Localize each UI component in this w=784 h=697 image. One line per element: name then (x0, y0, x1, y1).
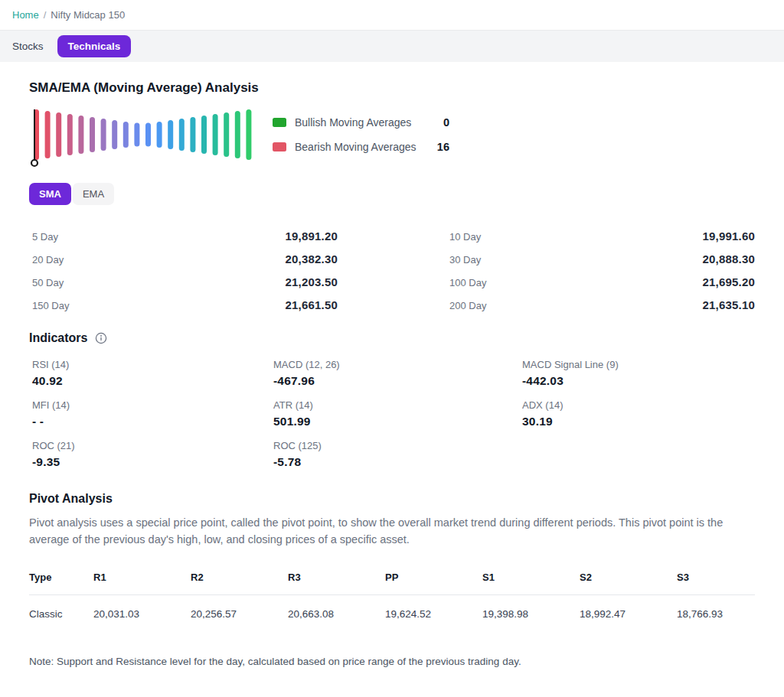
ma-item-10day: 10 Day 19,991.60 (446, 230, 755, 243)
gauge-bar (56, 112, 61, 157)
indicator-value: 30.19 (522, 415, 755, 428)
breadcrumb: Home / Nifty Midcap 150 (0, 0, 784, 31)
pivot-cell: 20,256.57 (191, 608, 288, 620)
indicators-section: Indicators RSI (14) 40.92 MACD (12, 26) … (29, 331, 755, 469)
indicator-label: ROC (21) (32, 440, 273, 451)
indicator-adx: ADX (14) 30.19 (522, 399, 755, 428)
ma-value: 21,635.10 (702, 298, 755, 311)
gauge-bar (213, 114, 218, 155)
indicator-label: ATR (14) (273, 399, 522, 411)
pivot-header-row: Type R1 R2 R3 PP S1 S2 S3 (29, 564, 755, 595)
gauge-bar (190, 117, 195, 152)
indicator-rsi: RSI (14) 40.92 (32, 359, 273, 388)
gauge-bar (179, 119, 185, 151)
pivot-table: Type R1 R2 R3 PP S1 S2 S3 Classic 20,031… (29, 564, 755, 633)
indicator-empty-cell (522, 440, 755, 469)
ma-label: 20 Day (32, 254, 64, 265)
indicator-value: -9.35 (32, 455, 273, 469)
bearish-count: 16 (433, 141, 449, 153)
legend-item-bearish: Bearish Moving Averages 16 (273, 138, 449, 156)
ma-item-100day: 100 Day 21,695.20 (446, 275, 755, 288)
gauge-bar (90, 117, 95, 152)
indicator-roc21: ROC (21) -9.35 (32, 440, 273, 469)
main-content: SMA/EMA (Moving Average) Analysis Bullis… (0, 80, 784, 667)
pivot-header-cell: S2 (580, 572, 677, 583)
pivot-cell: 20,031.03 (93, 608, 191, 620)
indicator-roc125: ROC (125) -5.78 (273, 440, 522, 469)
gauge-legend: Bullish Moving Averages 0 Bearish Moving… (273, 108, 449, 162)
gauge-bar (112, 120, 117, 149)
pivot-section: Pivot Analysis Pivot analysis uses a spe… (29, 492, 755, 667)
breadcrumb-current: Nifty Midcap 150 (51, 9, 125, 21)
sma-ema-toggle: SMA EMA (29, 183, 755, 205)
ma-value: 19,891.20 (285, 230, 338, 243)
ma-item-5day: 5 Day 19,891.20 (29, 230, 338, 243)
ma-value: 19,991.60 (702, 230, 755, 243)
pivot-note: Note: Support and Resistance level for t… (29, 656, 755, 667)
bullish-count: 0 (433, 116, 449, 129)
pivot-cell: 20,663.08 (288, 608, 385, 620)
pivot-cell: Classic (29, 608, 93, 620)
indicator-macd: MACD (12, 26) -467.96 (273, 359, 522, 388)
ema-toggle-button[interactable]: EMA (73, 183, 114, 205)
ma-value: 21,695.20 (702, 275, 755, 288)
gauge-bar (224, 112, 229, 157)
gauge-bar (235, 111, 240, 158)
sma-toggle-button[interactable]: SMA (29, 183, 71, 205)
ma-label: 50 Day (32, 277, 64, 288)
bearish-swatch-icon (273, 142, 286, 151)
pivot-description: Pivot analysis uses a special price poin… (29, 515, 755, 549)
ma-item-20day: 20 Day 20,382.30 (29, 252, 338, 265)
pivot-header-cell: PP (385, 572, 482, 583)
indicator-value: -5.78 (273, 455, 522, 469)
ma-label: 100 Day (449, 277, 486, 288)
bearish-legend-label: Bearish Moving Averages (295, 141, 433, 153)
gauge-bar (101, 119, 106, 151)
gauge-bar (145, 123, 151, 147)
ma-item-30day: 30 Day 20,888.30 (446, 252, 755, 265)
tab-bar: Stocks Technicals (0, 31, 784, 62)
moving-average-list: 5 Day 19,891.20 10 Day 19,991.60 20 Day … (29, 230, 755, 311)
indicator-label: ROC (125) (273, 440, 522, 451)
pivot-header-cell: S1 (482, 572, 580, 583)
page-title: SMA/EMA (Moving Average) Analysis (29, 80, 755, 96)
indicator-value: - - (32, 415, 273, 428)
pivot-cell: 19,398.98 (482, 608, 580, 620)
ma-item-150day: 150 Day 21,661.50 (29, 298, 338, 311)
indicators-grid: RSI (14) 40.92 MACD (12, 26) -467.96 MAC… (29, 359, 755, 469)
indicator-label: MFI (14) (32, 399, 273, 411)
ma-item-200day: 200 Day 21,635.10 (446, 298, 755, 311)
indicator-label: ADX (14) (522, 399, 755, 411)
ma-value: 21,661.50 (285, 298, 338, 311)
pivot-data-row: Classic 20,031.03 20,256.57 20,663.08 19… (29, 595, 755, 633)
pivot-cell: 18,766.93 (677, 608, 755, 620)
ma-label: 200 Day (449, 300, 486, 311)
ma-row: 50 Day 21,203.50 100 Day 21,695.20 (29, 275, 755, 288)
indicator-label: RSI (14) (32, 359, 273, 370)
indicator-mfi: MFI (14) - - (32, 399, 273, 428)
pivot-header-cell: R2 (191, 572, 288, 583)
info-icon[interactable] (95, 332, 107, 344)
legend-item-bullish: Bullish Moving Averages 0 (273, 113, 449, 132)
gauge-bar (201, 116, 207, 154)
ma-value: 20,888.30 (702, 252, 755, 265)
indicators-title: Indicators (29, 331, 87, 345)
ma-label: 150 Day (32, 300, 69, 311)
breadcrumb-separator: / (44, 9, 47, 21)
bullish-legend-label: Bullish Moving Averages (295, 116, 433, 129)
gauge-bar (157, 122, 162, 148)
pivot-header-cell: Type (29, 572, 93, 583)
pivot-cell: 18,992.47 (580, 608, 677, 620)
ma-label: 5 Day (32, 231, 58, 243)
gauge-bar (134, 123, 139, 147)
bullish-swatch-icon (273, 118, 286, 127)
breadcrumb-home-link[interactable]: Home (12, 9, 39, 21)
tab-stocks[interactable]: Stocks (12, 41, 44, 52)
ma-label: 10 Day (449, 231, 481, 243)
tab-technicals[interactable]: Technicals (57, 35, 132, 57)
gauge-bar (168, 120, 173, 149)
pivot-header-cell: R3 (288, 572, 385, 583)
pivot-header-cell: S3 (677, 572, 755, 583)
gauge-bar (67, 114, 73, 155)
pivot-cell: 19,624.52 (385, 608, 482, 620)
